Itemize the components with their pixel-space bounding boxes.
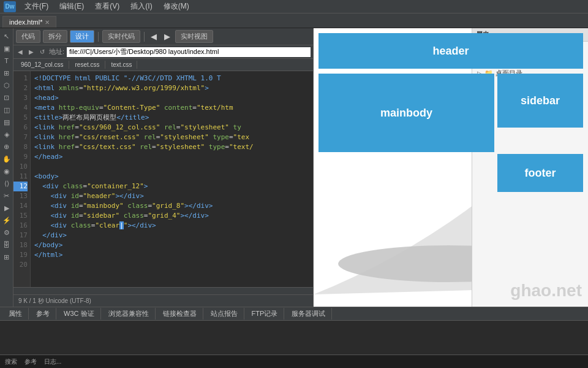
mainbody-label: mainbody bbox=[380, 107, 432, 120]
line-num-2: 2 bbox=[13, 83, 28, 93]
line-num-8: 8 bbox=[13, 142, 28, 152]
line-numbers: 1 2 3 4 5 6 7 8 9 10 11 12 13 14 15 16 1… bbox=[13, 71, 31, 287]
editor-toolbar: 代码 拆分 设计 实时代码 ◀ ▶ 实时视图 bbox=[13, 28, 313, 45]
code-line-7: <link href="css/reset.css" rel="styleshe… bbox=[34, 132, 309, 142]
code-line-16: <div class="clear|"></div> bbox=[34, 221, 309, 231]
tool-code[interactable]: ⟨⟩ bbox=[1, 178, 12, 189]
tool-css[interactable]: ◈ bbox=[1, 129, 12, 140]
document-tab-label: index.html* bbox=[9, 18, 42, 26]
addr-forward[interactable]: ▶ bbox=[27, 48, 36, 55]
live-view-btn[interactable]: 实时视图 bbox=[175, 30, 213, 43]
preview-panel: header mainbody sidebar footer 属夹 ▷ 🖥 计算… bbox=[314, 28, 588, 307]
tool-db[interactable]: 🗄 bbox=[1, 239, 12, 250]
tool-zoom[interactable]: ⊕ bbox=[1, 141, 12, 152]
tool-select[interactable]: ▣ bbox=[1, 43, 12, 54]
line-num-4: 4 bbox=[13, 103, 28, 113]
design-view-btn[interactable]: 设计 bbox=[70, 30, 94, 43]
addr-refresh[interactable]: ↺ bbox=[38, 48, 47, 55]
bottom-area: 属性 参考 W3C 验证 浏览器兼容性 链接检查器 站点报告 FTP记录 服务器… bbox=[0, 307, 588, 368]
css-tab-960[interactable]: 960_12_col.css bbox=[16, 61, 69, 69]
menu-view[interactable]: 查看(V) bbox=[90, 0, 124, 13]
toolbar-icon2[interactable]: ▶ bbox=[162, 32, 173, 41]
bottom-status-text: 搜索 bbox=[5, 358, 17, 366]
bottom-tab-reference[interactable]: 参考 bbox=[30, 308, 56, 320]
line-num-15: 15 bbox=[13, 211, 28, 221]
tool-snippet[interactable]: ✂ bbox=[1, 190, 12, 201]
css-tab-text[interactable]: text.css bbox=[107, 61, 138, 69]
code-line-15: <div id="sidebar" class="grid_4"></div> bbox=[34, 211, 309, 221]
bottom-tab-report[interactable]: 站点报告 bbox=[205, 308, 244, 320]
line-num-1: 1 bbox=[13, 74, 28, 83]
code-line-5: <title>两栏布局网页模型</title> bbox=[34, 113, 309, 123]
menu-modify[interactable]: 修改(M) bbox=[159, 0, 194, 13]
line-num-11: 11 bbox=[13, 172, 28, 182]
mainbody-box: mainbody bbox=[318, 74, 494, 152]
menu-insert[interactable]: 插入(I) bbox=[126, 0, 157, 13]
watermark: ghao.net bbox=[510, 281, 582, 301]
line-num-13: 13 bbox=[13, 191, 28, 201]
tool-arrow[interactable]: ↖ bbox=[1, 31, 12, 42]
left-toolbar: ↖ ▣ T ⊞ ⬡ ⊡ ◫ ▤ ◈ ⊕ ✋ ◉ ⟨⟩ ✂ ▶ ⚡ ⚙ 🗄 ⊞ bbox=[0, 28, 13, 307]
line-num-16: 16 bbox=[13, 221, 28, 231]
menu-file[interactable]: 文件(F) bbox=[20, 0, 53, 13]
line-num-18: 18 bbox=[13, 240, 28, 250]
line-num-12: 12 bbox=[13, 182, 28, 191]
tool-link[interactable]: ⬡ bbox=[1, 80, 12, 91]
tool-hand[interactable]: ✋ bbox=[1, 153, 12, 164]
toolbar-separator bbox=[98, 32, 99, 42]
properties-area bbox=[0, 321, 588, 355]
code-line-10 bbox=[34, 162, 309, 172]
tool-behavior[interactable]: ⚡ bbox=[1, 215, 12, 226]
line-num-9: 9 bbox=[13, 152, 28, 162]
tool-text[interactable]: T bbox=[1, 55, 12, 66]
document-tab[interactable]: index.html* ✕ bbox=[2, 16, 56, 28]
code-line-2: <html xmlns="http://www.w3.org/1999/xhtm… bbox=[34, 83, 309, 93]
code-line-13: <div id="header"></div> bbox=[34, 191, 309, 201]
bottom-tab-properties[interactable]: 属性 bbox=[2, 308, 29, 320]
tool-eye[interactable]: ◉ bbox=[1, 166, 12, 177]
code-line-11: <body> bbox=[34, 172, 309, 182]
bottom-tab-w3c[interactable]: W3C 验证 bbox=[58, 308, 101, 320]
main-area: ↖ ▣ T ⊞ ⬡ ⊡ ◫ ▤ ◈ ⊕ ✋ ◉ ⟨⟩ ✂ ▶ ⚡ ⚙ 🗄 ⊞ 代… bbox=[0, 28, 588, 307]
bottom-tab-links[interactable]: 链接检查器 bbox=[157, 308, 203, 320]
bottom-tab-compat[interactable]: 浏览器兼容性 bbox=[102, 308, 156, 320]
css-tab-reset[interactable]: reset.css bbox=[70, 61, 105, 69]
toolbar-separator2 bbox=[144, 32, 145, 42]
tool-expand[interactable]: ⊞ bbox=[1, 251, 12, 263]
sidebar-box: sidebar bbox=[497, 74, 583, 128]
address-bar: ◀ ▶ ↺ 地址: bbox=[13, 45, 313, 59]
tool-server[interactable]: ⚙ bbox=[1, 227, 12, 238]
code-line-1: <!DOCTYPE html PUBLIC "-//W3C//DTD XHTML… bbox=[34, 74, 309, 83]
code-line-9: </head> bbox=[34, 152, 309, 162]
line-num-17: 17 bbox=[13, 231, 28, 240]
tool-table[interactable]: ⊞ bbox=[1, 67, 12, 79]
bottom-tab-bar: 属性 参考 W3C 验证 浏览器兼容性 链接检查器 站点报告 FTP记录 服务器… bbox=[0, 307, 588, 321]
address-input[interactable] bbox=[67, 47, 311, 57]
code-editor[interactable]: 1 2 3 4 5 6 7 8 9 10 11 12 13 14 15 16 1… bbox=[13, 71, 313, 287]
toolbar-icon1[interactable]: ◀ bbox=[148, 32, 159, 41]
line-num-20: 20 bbox=[13, 260, 28, 270]
css-file-tabs: 960_12_col.css reset.css text.css bbox=[13, 59, 313, 71]
editor-panel: 代码 拆分 设计 实时代码 ◀ ▶ 实时视图 ◀ ▶ ↺ 地址: 960_12_… bbox=[13, 28, 314, 307]
tool-image[interactable]: ⊡ bbox=[1, 92, 12, 103]
code-view-btn[interactable]: 代码 bbox=[16, 30, 40, 43]
line-num-19: 19 bbox=[13, 250, 28, 260]
footer-label: footer bbox=[525, 167, 556, 180]
editor-hscrollbar[interactable] bbox=[13, 287, 313, 294]
preview-content: header mainbody sidebar footer 属夹 ▷ 🖥 计算… bbox=[314, 28, 588, 307]
code-line-19: </html> bbox=[34, 250, 309, 260]
tool-div[interactable]: ▤ bbox=[1, 117, 12, 128]
live-code-btn[interactable]: 实时代码 bbox=[102, 30, 140, 43]
line-num-5: 5 bbox=[13, 113, 28, 123]
code-line-20 bbox=[34, 260, 309, 270]
tool-form[interactable]: ◫ bbox=[1, 104, 12, 115]
addr-back[interactable]: ◀ bbox=[16, 48, 24, 55]
top-bar: Dw 文件(F) 编辑(E) 查看(V) 插入(I) 修改(M) bbox=[0, 0, 588, 13]
tool-media[interactable]: ▶ bbox=[1, 202, 12, 213]
tab-close-btn[interactable]: ✕ bbox=[45, 19, 50, 26]
bottom-tab-ftp[interactable]: FTP记录 bbox=[246, 308, 285, 320]
bottom-tab-server[interactable]: 服务器调试 bbox=[285, 308, 332, 320]
menu-edit[interactable]: 编辑(E) bbox=[55, 0, 89, 13]
split-view-btn[interactable]: 拆分 bbox=[43, 30, 67, 43]
code-content[interactable]: <!DOCTYPE html PUBLIC "-//W3C//DTD XHTML… bbox=[31, 71, 313, 287]
